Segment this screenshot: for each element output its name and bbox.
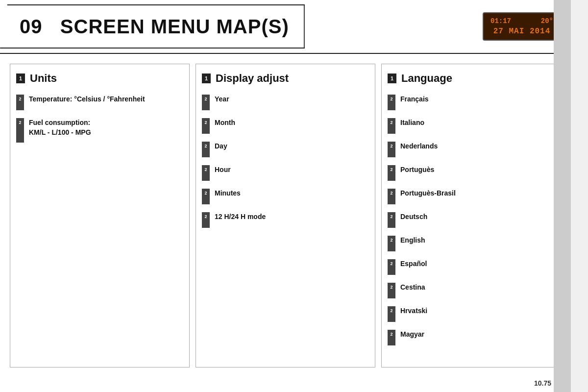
page: 09 SCREEN MENU MAP(S) 01:17 20° 27 MAI 2… (0, 0, 571, 392)
item-badge: 2 (388, 306, 395, 322)
scrollbar[interactable] (554, 0, 571, 392)
list-item: 2 Year (202, 95, 367, 110)
panel-units-badge: 1 (16, 74, 25, 83)
list-item: 2 Day (202, 142, 367, 157)
item-text: Month (215, 118, 235, 128)
list-item: 2 Minutes (202, 189, 367, 204)
content-area: 1 Units 2 Temperature: °Celsius / °Fahre… (0, 54, 571, 377)
list-item: 2 12 H/24 H mode (202, 212, 367, 228)
panel-display-title: Display adjust (216, 72, 289, 85)
list-item: 2 Nederlands (388, 142, 553, 157)
item-badge: 2 (388, 259, 395, 275)
header-title-wrap: 09 SCREEN MENU MAP(S) (0, 5, 305, 48)
item-text: Temperature: °Celsius / °Fahrenheit (29, 95, 145, 104)
item-text: Portuguès (400, 165, 434, 175)
panel-display-adjust: 1 Display adjust 2 Year 2 Month 2 Day 2 … (196, 64, 375, 368)
item-text: 12 H/24 H mode (215, 212, 266, 222)
item-text: Nederlands (400, 142, 438, 151)
list-item: 2 Español (388, 259, 553, 275)
list-item-hour: 2 Hour (202, 165, 367, 181)
header: 09 SCREEN MENU MAP(S) 01:17 20° 27 MAI 2… (0, 0, 571, 54)
panel-display-adjust-header: 1 Display adjust (202, 72, 367, 85)
item-text: Year (215, 95, 229, 104)
item-text: Hrvatski (400, 306, 427, 316)
item-badge: 2 (388, 330, 395, 345)
lcd-top-row: 01:17 20° (490, 17, 553, 25)
panel-units-header: 1 Units (16, 72, 181, 85)
lcd-time: 01:17 (490, 17, 511, 25)
item-text: Magyar (400, 330, 424, 340)
list-item: 2 Portuguès-Brasil (388, 189, 553, 204)
item-text: Portuguès-Brasil (400, 189, 456, 198)
panel-language: 1 Language 2 Français 2 Italiano 2 Neder… (381, 64, 561, 368)
list-item: 2 English (388, 236, 553, 251)
lcd-display: 01:17 20° 27 MAI 2014 (483, 12, 561, 41)
panel-language-title: Language (401, 72, 452, 85)
panel-language-badge: 1 (388, 74, 396, 83)
list-item: 2 Temperature: °Celsius / °Fahrenheit (16, 95, 181, 110)
item-badge: 2 (388, 212, 395, 228)
item-badge: 2 (16, 95, 24, 110)
lcd-temp: 20° (541, 17, 553, 25)
item-badge: 2 (388, 283, 395, 298)
panel-units: 1 Units 2 Temperature: °Celsius / °Fahre… (10, 64, 190, 368)
item-badge: 2 (388, 95, 395, 110)
list-item: 2 Cestina (388, 283, 553, 298)
item-badge: 2 (202, 142, 210, 157)
list-item: 2 Month (202, 118, 367, 134)
header-title-shape: 09 SCREEN MENU MAP(S) (0, 4, 305, 49)
item-badge: 2 (388, 236, 395, 251)
list-item: 2 Hrvatski (388, 306, 553, 322)
panel-units-title: Units (30, 72, 57, 85)
item-text: Italiano (400, 118, 424, 128)
chapter-title: SCREEN MENU MAP(S) (60, 16, 289, 37)
list-item: 2 Portuguès (388, 165, 553, 181)
list-item: 2 Magyar (388, 330, 553, 345)
item-text: English (400, 236, 425, 245)
item-text: Cestina (400, 283, 425, 293)
item-badge: 2 (202, 165, 210, 181)
item-text: Minutes (215, 189, 241, 198)
list-item: 2 Français (388, 95, 553, 110)
item-badge: 2 (202, 118, 210, 134)
item-badge: 2 (202, 189, 210, 204)
item-text: Day (215, 142, 227, 151)
item-badge: 2 (16, 118, 24, 143)
item-badge: 2 (388, 118, 395, 134)
list-item: 2 Fuel consumption:KM/L - L/100 - MPG (16, 118, 181, 143)
page-title: 09 SCREEN MENU MAP(S) (20, 16, 289, 38)
item-text-hour: Hour (215, 165, 231, 175)
list-item: 2 Italiano (388, 118, 553, 134)
list-item: 2 Deutsch (388, 212, 553, 228)
chapter-number: 09 (20, 16, 43, 37)
item-badge: 2 (202, 95, 210, 110)
page-footer: 10.75 (534, 379, 551, 387)
page-number: 10.75 (534, 379, 551, 387)
panel-display-badge: 1 (202, 74, 211, 83)
item-text: Deutsch (400, 212, 427, 222)
item-text: Français (400, 95, 429, 104)
item-badge: 2 (202, 212, 210, 228)
item-text: Español (400, 259, 427, 269)
panel-language-header: 1 Language (388, 72, 553, 85)
lcd-date: 27 MAI 2014 (490, 27, 553, 36)
item-text: Fuel consumption:KM/L - L/100 - MPG (29, 118, 91, 137)
item-badge: 2 (388, 142, 395, 157)
item-badge: 2 (388, 189, 395, 204)
item-badge: 2 (388, 165, 395, 181)
